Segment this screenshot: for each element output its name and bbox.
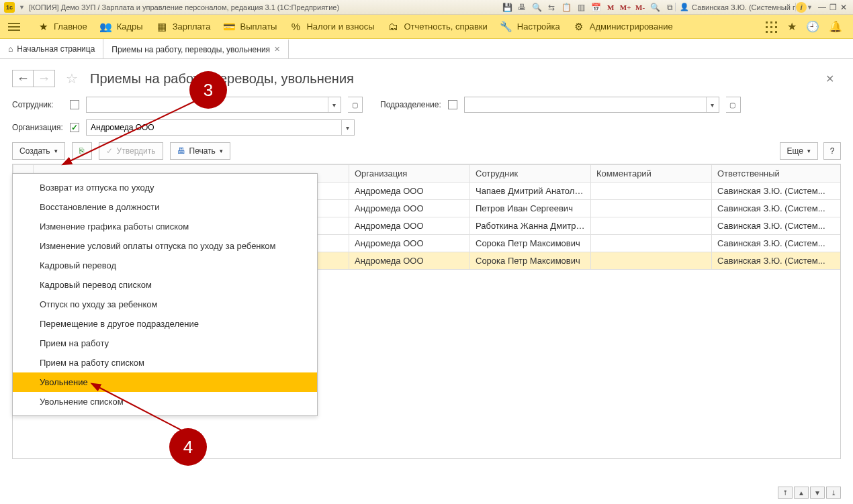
create-button[interactable]: Создать ▾ (12, 142, 65, 160)
m-plus-icon[interactable]: M+ (620, 2, 631, 13)
cell-comment (591, 252, 712, 270)
info-dropdown[interactable]: ▼ (807, 4, 813, 11)
m-minus-icon[interactable]: M- (635, 2, 645, 13)
clipboard-icon[interactable]: 📋 (561, 2, 572, 13)
approve-label: Утвердить (117, 146, 156, 156)
menu-admin[interactable]: ⚙Администрирование (574, 21, 673, 32)
dept-filter-input[interactable] (465, 97, 706, 112)
dropdown-item[interactable]: Возврат из отпуска по уходу (13, 178, 317, 197)
tab-home[interactable]: ⌂ Начальная страница (0, 39, 103, 58)
cell-org: Андромеда ООО (349, 235, 470, 252)
org-filter-input[interactable] (87, 120, 341, 135)
save-icon[interactable]: 💾 (502, 2, 512, 13)
compare-icon[interactable]: ⇆ (546, 2, 557, 13)
help-button[interactable]: ? (823, 142, 841, 160)
wrench-icon: 🔧 (501, 21, 512, 32)
burger-menu[interactable] (4, 23, 24, 31)
dropdown-item[interactable]: Отпуск по уходу за ребенком (13, 295, 317, 314)
create-label: Создать (19, 146, 50, 156)
approve-button[interactable]: ✓ Утвердить (99, 142, 163, 160)
menu-salary[interactable]: ▦Зарплата (156, 21, 211, 32)
calculator-icon[interactable]: ▥ (576, 2, 586, 13)
minimize-icon[interactable]: — (817, 3, 827, 12)
scroll-top-icon[interactable]: ⤒ (778, 487, 793, 499)
employee-dropdown-icon[interactable]: ▾ (328, 97, 341, 112)
chevron-down-icon: ▾ (54, 148, 58, 154)
org-filter-checkbox[interactable]: ✓ (70, 123, 79, 132)
favorite-toggle-icon[interactable]: ☆ (66, 70, 78, 87)
menu-payments[interactable]: 💳Выплаты (224, 21, 277, 32)
menu-settings[interactable]: 🔧Настройка (501, 21, 560, 32)
dropdown-item[interactable]: Перемещение в другое подразделение (13, 314, 317, 334)
col-org[interactable]: Организация (349, 165, 470, 183)
cell-org: Андромеда ООО (349, 252, 470, 270)
folder-icon: 🗂 (388, 21, 399, 32)
restore-icon[interactable]: ❐ (827, 3, 838, 12)
dropdown-item[interactable]: Изменение условий оплаты отпуска по уход… (13, 236, 317, 256)
org-filter-field[interactable]: ▾ (86, 119, 355, 136)
menu-staff[interactable]: 👥Кадры (101, 21, 143, 32)
dept-filter-field[interactable]: ▾ (464, 97, 719, 113)
dept-open-button[interactable]: ▢ (726, 97, 741, 113)
cell-resp: Савинская З.Ю. (Систем... (712, 217, 842, 235)
copy-icon: ⎘ (79, 146, 84, 156)
dropdown-item[interactable]: Изменение графика работы списком (13, 217, 317, 236)
tab-hirings[interactable]: Приемы на работу, переводы, увольнения ✕ (103, 39, 289, 58)
dept-dropdown-icon[interactable]: ▾ (706, 97, 719, 112)
dropdown-item[interactable]: Прием на работу списком (13, 353, 317, 372)
history-icon[interactable]: 🕘 (806, 20, 819, 33)
col-comment[interactable]: Комментарий (591, 165, 712, 183)
page-close-icon[interactable]: ✕ (825, 72, 841, 85)
calendar-icon[interactable]: 📅 (590, 2, 601, 13)
employee-filter-checkbox[interactable] (70, 100, 79, 109)
people-icon: 👥 (101, 21, 111, 32)
employee-open-button[interactable]: ▢ (348, 97, 363, 113)
col-employee[interactable]: Сотрудник (470, 165, 591, 183)
info-icon[interactable]: i (796, 2, 807, 13)
layout-icon[interactable]: ⧉ (664, 2, 675, 13)
back-button[interactable]: 🡐 (12, 70, 34, 87)
annotation-3: 3 (189, 71, 227, 109)
user-icon: 👤 (680, 3, 689, 11)
cell-employee: Сорока Петр Максимович (470, 235, 591, 252)
scroll-down-icon[interactable]: ▼ (810, 487, 825, 499)
dropdown-item[interactable]: Кадровый перевод (13, 256, 317, 275)
favorite-icon[interactable]: ★ (787, 20, 797, 33)
cell-resp: Савинская З.Ю. (Систем... (712, 252, 842, 270)
org-dropdown-icon[interactable]: ▾ (341, 120, 354, 135)
app-menu-dropdown[interactable]: ▼ (19, 4, 25, 11)
open-icon: ▢ (348, 97, 361, 112)
col-responsible[interactable]: Ответственный (712, 165, 842, 183)
tab-close-icon[interactable]: ✕ (274, 45, 280, 54)
menu-main[interactable]: ★Главное (38, 21, 87, 32)
print-icon[interactable]: 🖶 (517, 2, 527, 13)
dropdown-item[interactable]: Кадровый перевод списком (13, 275, 317, 295)
print-button[interactable]: 🖶 Печать ▾ (170, 142, 230, 160)
scroll-buttons: ⤒ ▲ ▼ ⤓ (778, 487, 841, 499)
apps-icon[interactable] (764, 20, 778, 34)
cell-org: Андромеда ООО (349, 183, 470, 200)
more-button[interactable]: Еще ▾ (780, 142, 818, 160)
bell-icon[interactable]: 🔔 (829, 20, 842, 33)
cell-comment (591, 235, 712, 252)
cell-resp: Савинская З.Ю. (Систем... (712, 200, 842, 217)
user-info[interactable]: 👤 Савинская З.Ю. (Системный прог… (675, 3, 796, 11)
menu-reports[interactable]: 🗂Отчетность, справки (388, 21, 488, 32)
zoom-icon[interactable]: 🔍 (649, 2, 660, 13)
chevron-down-icon: ▾ (807, 148, 811, 154)
close-window-icon[interactable]: ✕ (838, 3, 849, 12)
scroll-up-icon[interactable]: ▲ (794, 487, 809, 499)
cell-comment (591, 200, 712, 217)
menu-taxes[interactable]: %Налоги и взносы (290, 21, 374, 32)
dropdown-item[interactable]: Восстановление в должности (13, 197, 317, 217)
dropdown-item[interactable]: Увольнение (13, 372, 317, 392)
dropdown-item[interactable]: Прием на работу (13, 334, 317, 353)
scroll-bottom-icon[interactable]: ⤓ (826, 487, 841, 499)
copy-button[interactable]: ⎘ (72, 142, 92, 160)
dropdown-item[interactable]: Увольнение списком (13, 392, 317, 411)
m-icon[interactable]: M (605, 2, 616, 13)
dept-filter-checkbox[interactable] (448, 100, 457, 109)
preview-icon[interactable]: 🔍 (531, 2, 542, 13)
gear-icon: ⚙ (574, 21, 584, 32)
forward-button[interactable]: 🡒 (34, 70, 55, 87)
